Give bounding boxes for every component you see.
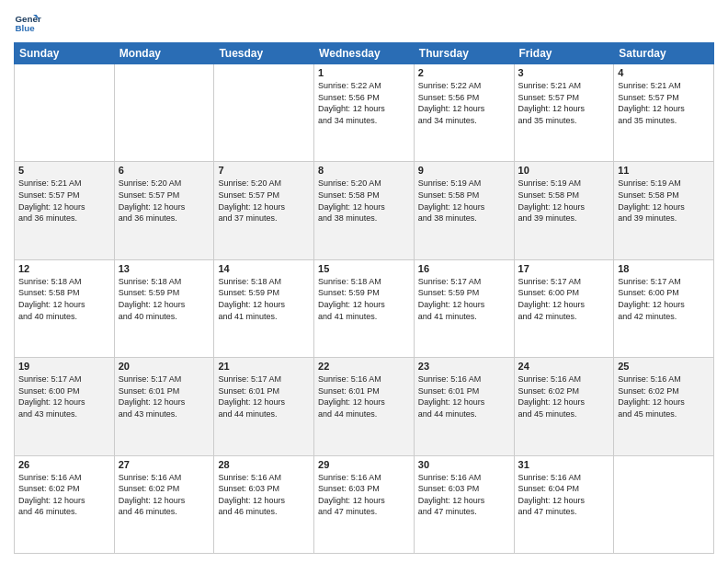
calendar-cell: 28Sunrise: 5:16 AM Sunset: 6:03 PM Dayli… [214, 455, 314, 553]
day-number: 31 [518, 459, 610, 470]
page: General Blue SundayMondayTuesdayWednesda… [0, 0, 728, 563]
day-number: 27 [119, 459, 210, 470]
day-info: Sunrise: 5:21 AM Sunset: 5:57 PM Dayligh… [518, 80, 610, 126]
calendar-cell: 24Sunrise: 5:16 AM Sunset: 6:02 PM Dayli… [514, 358, 614, 455]
day-number: 20 [119, 361, 210, 372]
day-info: Sunrise: 5:16 AM Sunset: 6:04 PM Dayligh… [518, 472, 610, 518]
calendar-cell: 9Sunrise: 5:19 AM Sunset: 5:58 PM Daylig… [414, 162, 514, 259]
svg-text:Blue: Blue [16, 23, 36, 33]
day-info: Sunrise: 5:17 AM Sunset: 6:01 PM Dayligh… [119, 373, 210, 419]
day-number: 28 [218, 459, 310, 470]
calendar-cell: 22Sunrise: 5:16 AM Sunset: 6:01 PM Dayli… [314, 358, 415, 455]
day-info: Sunrise: 5:16 AM Sunset: 6:03 PM Dayligh… [318, 472, 410, 518]
calendar-cell: 26Sunrise: 5:16 AM Sunset: 6:02 PM Dayli… [15, 455, 115, 553]
day-info: Sunrise: 5:22 AM Sunset: 5:56 PM Dayligh… [318, 80, 410, 126]
calendar-cell: 2Sunrise: 5:22 AM Sunset: 5:56 PM Daylig… [414, 64, 514, 162]
calendar-cell: 14Sunrise: 5:18 AM Sunset: 5:59 PM Dayli… [214, 259, 314, 357]
calendar-cell: 1Sunrise: 5:22 AM Sunset: 5:56 PM Daylig… [314, 64, 415, 162]
calendar-table: SundayMondayTuesdayWednesdayThursdayFrid… [14, 42, 714, 554]
calendar-week-2: 12Sunrise: 5:18 AM Sunset: 5:58 PM Dayli… [15, 259, 714, 357]
day-header-saturday: Saturday [614, 43, 714, 64]
day-number: 11 [618, 165, 710, 176]
calendar-week-3: 19Sunrise: 5:17 AM Sunset: 6:00 PM Dayli… [15, 358, 714, 455]
day-info: Sunrise: 5:19 AM Sunset: 5:58 PM Dayligh… [618, 178, 710, 224]
calendar-cell: 6Sunrise: 5:20 AM Sunset: 5:57 PM Daylig… [114, 162, 214, 259]
day-info: Sunrise: 5:18 AM Sunset: 5:58 PM Dayligh… [18, 276, 110, 322]
day-number: 9 [418, 165, 510, 176]
day-info: Sunrise: 5:17 AM Sunset: 6:00 PM Dayligh… [618, 276, 710, 322]
day-info: Sunrise: 5:16 AM Sunset: 6:02 PM Dayligh… [119, 472, 210, 518]
calendar-cell: 12Sunrise: 5:18 AM Sunset: 5:58 PM Dayli… [15, 259, 115, 357]
calendar-cell: 21Sunrise: 5:17 AM Sunset: 6:01 PM Dayli… [214, 358, 314, 455]
day-number: 2 [418, 67, 510, 78]
day-number: 23 [418, 361, 510, 372]
calendar-cell: 20Sunrise: 5:17 AM Sunset: 6:01 PM Dayli… [114, 358, 214, 455]
day-info: Sunrise: 5:17 AM Sunset: 6:01 PM Dayligh… [218, 373, 310, 419]
day-number: 19 [18, 361, 110, 372]
day-number: 22 [318, 361, 410, 372]
logo: General Blue [14, 9, 41, 37]
calendar-cell: 4Sunrise: 5:21 AM Sunset: 5:57 PM Daylig… [614, 64, 714, 162]
day-info: Sunrise: 5:22 AM Sunset: 5:56 PM Dayligh… [418, 80, 510, 126]
day-info: Sunrise: 5:16 AM Sunset: 6:01 PM Dayligh… [318, 373, 410, 419]
calendar-cell: 10Sunrise: 5:19 AM Sunset: 5:58 PM Dayli… [514, 162, 614, 259]
day-number: 8 [318, 165, 410, 176]
day-info: Sunrise: 5:20 AM Sunset: 5:57 PM Dayligh… [119, 178, 210, 224]
day-number: 13 [119, 263, 210, 274]
day-info: Sunrise: 5:16 AM Sunset: 6:02 PM Dayligh… [618, 373, 710, 419]
day-info: Sunrise: 5:16 AM Sunset: 6:03 PM Dayligh… [218, 472, 310, 518]
day-number: 30 [418, 459, 510, 470]
calendar-cell: 3Sunrise: 5:21 AM Sunset: 5:57 PM Daylig… [514, 64, 614, 162]
calendar-cell: 29Sunrise: 5:16 AM Sunset: 6:03 PM Dayli… [314, 455, 415, 553]
day-info: Sunrise: 5:21 AM Sunset: 5:57 PM Dayligh… [618, 80, 710, 126]
day-info: Sunrise: 5:18 AM Sunset: 5:59 PM Dayligh… [119, 276, 210, 322]
day-number: 14 [218, 263, 310, 274]
day-number: 25 [618, 361, 710, 372]
day-info: Sunrise: 5:18 AM Sunset: 5:59 PM Dayligh… [218, 276, 310, 322]
day-info: Sunrise: 5:16 AM Sunset: 6:02 PM Dayligh… [518, 373, 610, 419]
day-number: 5 [18, 165, 110, 176]
day-info: Sunrise: 5:16 AM Sunset: 6:03 PM Dayligh… [418, 472, 510, 518]
calendar-cell [15, 64, 115, 162]
day-info: Sunrise: 5:20 AM Sunset: 5:58 PM Dayligh… [318, 178, 410, 224]
day-number: 21 [218, 361, 310, 372]
day-info: Sunrise: 5:17 AM Sunset: 5:59 PM Dayligh… [418, 276, 510, 322]
day-number: 24 [518, 361, 610, 372]
calendar-week-1: 5Sunrise: 5:21 AM Sunset: 5:57 PM Daylig… [15, 162, 714, 259]
svg-text:General: General [16, 14, 42, 24]
day-info: Sunrise: 5:21 AM Sunset: 5:57 PM Dayligh… [18, 178, 110, 224]
day-number: 1 [318, 67, 410, 78]
day-number: 26 [18, 459, 110, 470]
day-number: 17 [518, 263, 610, 274]
calendar-cell: 23Sunrise: 5:16 AM Sunset: 6:01 PM Dayli… [414, 358, 514, 455]
day-header-thursday: Thursday [414, 43, 514, 64]
day-number: 12 [18, 263, 110, 274]
calendar-cell: 13Sunrise: 5:18 AM Sunset: 5:59 PM Dayli… [114, 259, 214, 357]
day-header-tuesday: Tuesday [214, 43, 314, 64]
day-info: Sunrise: 5:17 AM Sunset: 6:00 PM Dayligh… [518, 276, 610, 322]
calendar-week-0: 1Sunrise: 5:22 AM Sunset: 5:56 PM Daylig… [15, 64, 714, 162]
calendar-cell [114, 64, 214, 162]
day-number: 7 [218, 165, 310, 176]
day-number: 3 [518, 67, 610, 78]
day-number: 15 [318, 263, 410, 274]
calendar-cell: 15Sunrise: 5:18 AM Sunset: 5:59 PM Dayli… [314, 259, 415, 357]
calendar-week-4: 26Sunrise: 5:16 AM Sunset: 6:02 PM Dayli… [15, 455, 714, 553]
calendar-cell [214, 64, 314, 162]
logo-icon: General Blue [14, 9, 41, 37]
day-info: Sunrise: 5:19 AM Sunset: 5:58 PM Dayligh… [418, 178, 510, 224]
calendar-cell: 7Sunrise: 5:20 AM Sunset: 5:57 PM Daylig… [214, 162, 314, 259]
day-number: 10 [518, 165, 610, 176]
calendar-cell: 5Sunrise: 5:21 AM Sunset: 5:57 PM Daylig… [15, 162, 115, 259]
day-info: Sunrise: 5:20 AM Sunset: 5:57 PM Dayligh… [218, 178, 310, 224]
day-header-sunday: Sunday [15, 43, 115, 64]
day-info: Sunrise: 5:19 AM Sunset: 5:58 PM Dayligh… [518, 178, 610, 224]
calendar-cell: 17Sunrise: 5:17 AM Sunset: 6:00 PM Dayli… [514, 259, 614, 357]
calendar-cell: 8Sunrise: 5:20 AM Sunset: 5:58 PM Daylig… [314, 162, 415, 259]
calendar-cell: 18Sunrise: 5:17 AM Sunset: 6:00 PM Dayli… [614, 259, 714, 357]
calendar-cell: 19Sunrise: 5:17 AM Sunset: 6:00 PM Dayli… [15, 358, 115, 455]
day-info: Sunrise: 5:16 AM Sunset: 6:02 PM Dayligh… [18, 472, 110, 518]
calendar-cell [614, 455, 714, 553]
calendar-cell: 11Sunrise: 5:19 AM Sunset: 5:58 PM Dayli… [614, 162, 714, 259]
calendar-cell: 25Sunrise: 5:16 AM Sunset: 6:02 PM Dayli… [614, 358, 714, 455]
